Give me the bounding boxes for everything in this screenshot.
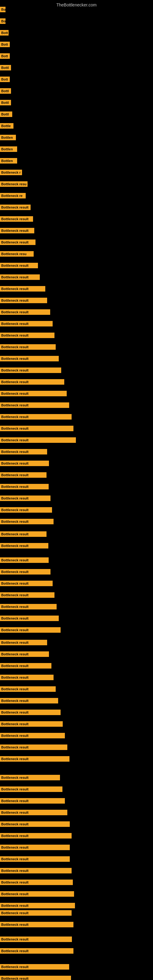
bar-item-25: Bottleneck result <box>0 286 45 293</box>
bar-label-81: Bottleneck result <box>0 948 73 954</box>
bar-item-15: Bottleneck r <box>0 170 22 177</box>
bar-item-59: Bottleneck result <box>0 686 56 693</box>
bar-item-69: Bottleneck result <box>0 810 67 816</box>
bar-label-24: Bottleneck result <box>0 274 40 280</box>
bar-item-38: Bottleneck result <box>0 438 76 444</box>
bar-item-34: Bottleneck result <box>0 391 67 398</box>
bar-item-17: Bottleneck re <box>0 193 26 200</box>
bar-item-8: Bottl <box>0 88 11 95</box>
bar-label-73: Bottleneck result <box>0 856 70 862</box>
bar-label-57: Bottleneck result <box>0 663 51 668</box>
bar-label-36: Bottleneck result <box>0 414 72 420</box>
bar-label-61: Bottleneck result <box>0 710 61 715</box>
bar-item-43: Bottleneck result <box>0 495 51 502</box>
bar-label-47: Bottleneck result <box>0 543 48 549</box>
bar-item-2: Bo <box>0 18 5 25</box>
bar-label-54: Bottleneck result <box>0 627 61 633</box>
bar-item-64: Bottleneck result <box>0 745 67 751</box>
bar-label-50: Bottleneck result <box>0 581 53 586</box>
bar-label-48: Bottleneck result <box>0 557 49 563</box>
bar-item-39: Bottleneck result <box>0 449 47 456</box>
bar-item-13: Bottlen <box>0 146 17 153</box>
bar-label-20: Bottleneck result <box>0 228 34 233</box>
bar-label-66: Bottleneck result <box>0 775 60 780</box>
bar-label-45: Bottleneck result <box>0 519 54 524</box>
bar-label-18: Bottleneck result <box>0 205 30 210</box>
bar-label-31: Bottleneck result <box>0 356 59 361</box>
bar-item-41: Bottleneck result <box>0 472 46 479</box>
bar-label-55: Bottleneck result <box>0 640 47 645</box>
bar-label-39: Bottleneck result <box>0 449 47 455</box>
bar-label-60: Bottleneck result <box>0 698 58 703</box>
bar-label-30: Bottleneck result <box>0 344 56 350</box>
bar-label-79: Bottleneck result <box>0 922 73 928</box>
bar-label-26: Bottleneck result <box>0 298 47 303</box>
bar-label-1: Bo <box>0 7 5 12</box>
bar-item-71: Bottleneck result <box>0 833 72 840</box>
bar-item-24: Bottleneck result <box>0 274 40 281</box>
bar-item-45: Bottleneck result <box>0 519 54 525</box>
bar-item-70: Bottleneck result <box>0 821 70 828</box>
bar-item-23: Bottleneck result <box>0 263 38 269</box>
bar-label-62: Bottleneck result <box>0 721 63 727</box>
bar-item-47: Bottleneck result <box>0 543 48 550</box>
bar-item-68: Bottleneck result <box>0 798 65 805</box>
bar-label-7: Bott <box>0 76 10 82</box>
bar-item-60: Bottleneck result <box>0 698 58 705</box>
bar-label-78: Bottleneck result <box>0 910 72 916</box>
bar-item-79: Bottleneck result <box>0 922 73 929</box>
bar-item-63: Bottleneck result <box>0 733 65 740</box>
bar-item-40: Bottleneck result <box>0 461 49 467</box>
bar-label-49: Bottleneck result <box>0 569 51 574</box>
bar-label-65: Bottleneck result <box>0 756 70 762</box>
bar-item-27: Bottleneck result <box>0 309 50 316</box>
bar-item-21: Bottleneck result <box>0 240 35 246</box>
bar-item-11: Bottle <box>0 123 13 130</box>
bar-item-76: Bottleneck result <box>0 891 74 898</box>
bar-label-28: Bottleneck result <box>0 321 53 326</box>
bar-label-64: Bottleneck result <box>0 745 67 750</box>
bar-item-46: Bottleneck result <box>0 531 46 538</box>
bar-item-19: Bottleneck result <box>0 216 33 223</box>
bar-label-77: Bottleneck result <box>0 903 75 908</box>
bar-label-29: Bottleneck result <box>0 332 54 338</box>
bar-label-44: Bottleneck result <box>0 507 52 513</box>
bar-item-26: Bottleneck result <box>0 298 47 304</box>
bar-label-25: Bottleneck result <box>0 286 45 291</box>
bar-label-4: Bott <box>0 41 10 47</box>
bar-label-19: Bottleneck result <box>0 216 33 222</box>
bar-item-16: Bottleneck resu <box>0 181 27 188</box>
bar-item-44: Bottleneck result <box>0 507 52 514</box>
bar-item-42: Bottleneck result <box>0 484 49 491</box>
bar-label-80: Bottleneck result <box>0 937 72 942</box>
bar-item-7: Bott <box>0 76 10 83</box>
bar-label-59: Bottleneck result <box>0 686 56 692</box>
bar-label-16: Bottleneck resu <box>0 181 27 187</box>
bar-item-56: Bottleneck result <box>0 651 49 658</box>
bar-item-67: Bottleneck result <box>0 786 62 793</box>
bar-label-46: Bottleneck result <box>0 531 46 537</box>
bar-item-53: Bottleneck result <box>0 616 59 622</box>
bar-item-37: Bottleneck result <box>0 426 73 433</box>
bar-item-14: Bottlen <box>0 158 17 165</box>
bar-label-6: Bottl <box>0 65 11 70</box>
bar-label-71: Bottleneck result <box>0 833 72 838</box>
bar-label-13: Bottlen <box>0 146 17 152</box>
bar-item-57: Bottleneck result <box>0 663 51 670</box>
bar-item-1: Bo <box>0 7 5 13</box>
bar-label-52: Bottleneck result <box>0 604 57 609</box>
bar-item-51: Bottleneck result <box>0 592 54 599</box>
bar-item-48: Bottleneck result <box>0 557 49 564</box>
site-title: TheBottlenecker.com <box>0 0 153 9</box>
bar-label-8: Bottl <box>0 88 11 94</box>
bar-label-38: Bottleneck result <box>0 438 76 443</box>
bar-label-15: Bottleneck r <box>0 170 22 175</box>
bar-label-83: Bottleneck result <box>0 976 71 980</box>
bar-item-31: Bottleneck result <box>0 356 59 363</box>
bar-label-17: Bottleneck re <box>0 193 26 199</box>
bar-label-82: Bottleneck result <box>0 964 69 970</box>
bar-label-74: Bottleneck result <box>0 868 72 873</box>
bar-item-72: Bottleneck result <box>0 845 70 851</box>
bar-label-37: Bottleneck result <box>0 426 73 431</box>
bar-label-12: Bottlen <box>0 135 16 140</box>
